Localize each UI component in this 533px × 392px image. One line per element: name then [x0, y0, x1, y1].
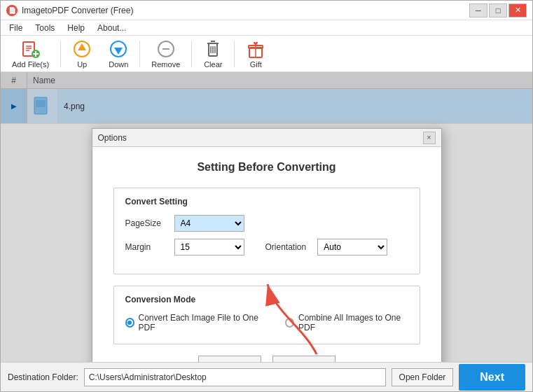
pagesize-label: PageSize: [125, 218, 167, 228]
app-title: ImagetoPDF Converter (Free): [22, 6, 469, 15]
pagesize-select[interactable]: A4 A3 Letter Legal: [174, 215, 244, 232]
maximize-button[interactable]: □: [489, 4, 507, 18]
window-controls: ─ □ ✕: [469, 4, 527, 18]
menu-help[interactable]: Help: [62, 22, 90, 34]
svg-marker-8: [78, 43, 86, 50]
margin-select[interactable]: 15 10 20 25: [174, 239, 244, 255]
convert-setting-section: Convert Setting PageSize A4 A3 Letter Le…: [113, 188, 420, 274]
minimize-button[interactable]: ─: [469, 4, 487, 18]
dialog-footer: Start Cancel: [113, 356, 420, 362]
app-window: 📄 ImagetoPDF Converter (Free) ─ □ ✕ File…: [0, 0, 533, 392]
up-icon: [72, 39, 92, 59]
dialog-heading: Setting Before Converting: [113, 161, 420, 174]
margin-label: Margin: [125, 242, 167, 252]
modal-overlay: Options × Setting Before Converting Conv…: [1, 72, 532, 362]
close-button[interactable]: ✕: [508, 4, 527, 18]
title-bar: 📄 ImagetoPDF Converter (Free) ─ □ ✕: [1, 1, 532, 20]
menu-bar: File Tools Help About...: [1, 20, 532, 36]
main-content: # Name ▶ 4.png Opt: [1, 72, 532, 362]
cancel-button[interactable]: Cancel: [272, 356, 335, 362]
dialog-title-bar: Options ×: [92, 129, 441, 147]
add-files-icon: [21, 39, 41, 59]
radio-combine[interactable]: Combine All Images to One PDF: [285, 313, 408, 332]
clear-icon: [203, 39, 223, 59]
destination-label: Destination Folder:: [8, 372, 78, 382]
gift-button[interactable]: Gift: [239, 36, 272, 71]
conversion-mode-section: Conversion Mode Convert Each Image File …: [113, 286, 420, 344]
dialog-body: Setting Before Converting Convert Settin…: [92, 147, 441, 362]
orientation-select[interactable]: Auto Portrait Landscape: [317, 239, 387, 255]
toolbar: Add File(s) Up Down: [1, 36, 532, 72]
down-label: Down: [109, 60, 128, 69]
gift-label: Gift: [250, 60, 262, 69]
remove-icon: [156, 39, 176, 59]
radio-group: Convert Each Image File to One PDF Combi…: [125, 313, 408, 332]
convert-setting-title: Convert Setting: [125, 197, 408, 206]
add-files-label: Add File(s): [12, 60, 49, 69]
menu-file[interactable]: File: [4, 22, 28, 34]
radio-combine-label: Combine All Images to One PDF: [298, 313, 408, 332]
down-button[interactable]: Down: [102, 36, 135, 71]
open-folder-button[interactable]: Open Folder: [392, 368, 454, 386]
clear-button[interactable]: Clear: [196, 36, 230, 71]
sep2: [139, 41, 140, 67]
conversion-mode-title: Conversion Mode: [125, 295, 408, 304]
svg-marker-10: [114, 48, 123, 55]
radio-each[interactable]: Convert Each Image File to One PDF: [125, 313, 264, 332]
radio-each-label: Convert Each Image File to One PDF: [139, 313, 264, 332]
radio-combine-indicator: [285, 318, 294, 328]
sep4: [234, 41, 235, 67]
sep1: [60, 41, 61, 67]
down-icon: [109, 39, 128, 59]
sep3: [191, 41, 192, 67]
remove-label: Remove: [151, 60, 180, 69]
menu-tools[interactable]: Tools: [29, 22, 60, 34]
orientation-label: Orientation: [265, 242, 307, 252]
bottom-bar: Destination Folder: Open Folder Next: [1, 362, 532, 391]
app-icon: 📄: [6, 5, 18, 16]
destination-input[interactable]: [84, 368, 386, 386]
menu-about[interactable]: About...: [92, 22, 132, 34]
dialog-close-button[interactable]: ×: [423, 132, 436, 144]
options-dialog: Options × Setting Before Converting Conv…: [92, 128, 442, 362]
dialog-title: Options: [98, 133, 423, 143]
gift-icon: [246, 39, 265, 59]
clear-label: Clear: [204, 60, 222, 69]
up-label: Up: [77, 60, 87, 69]
remove-button[interactable]: Remove: [144, 36, 187, 71]
add-files-button[interactable]: Add File(s): [5, 36, 56, 71]
margin-orientation-row: Margin 15 10 20 25 Orientation Auto Port…: [125, 239, 408, 255]
up-button[interactable]: Up: [65, 36, 99, 71]
start-button[interactable]: Start: [198, 356, 261, 362]
pagesize-row: PageSize A4 A3 Letter Legal: [125, 215, 408, 232]
radio-each-indicator: [125, 318, 134, 328]
next-button[interactable]: Next: [459, 364, 525, 391]
